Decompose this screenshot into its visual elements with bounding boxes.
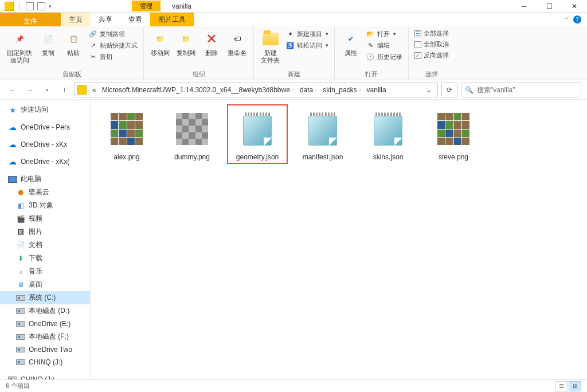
- file-list[interactable]: alex.pngdummy.png geometry.json manifest…: [91, 100, 587, 379]
- image-thumb-icon: [111, 113, 143, 145]
- nav-local-f[interactable]: 本地磁盘 (F:): [0, 330, 90, 343]
- star-icon: ★: [8, 105, 17, 115]
- breadcrumb-item[interactable]: skin_packs›: [320, 86, 363, 94]
- nav-quick-access[interactable]: ★快速访问: [0, 103, 90, 116]
- nav-videos[interactable]: 🎬视频: [0, 212, 90, 225]
- file-item[interactable]: skins.json: [358, 104, 418, 164]
- desktop-icon: 🖥: [16, 280, 25, 289]
- copypath-button[interactable]: 🔗复制路径: [87, 29, 139, 39]
- file-item[interactable]: geometry.json: [227, 104, 288, 164]
- nav-onedrive-xkx[interactable]: ☁OneDrive - xKx: [0, 138, 90, 151]
- nav-documents[interactable]: 📄文档: [0, 238, 90, 252]
- picture-icon: 🖼: [16, 228, 25, 237]
- nav-onedrive-personal[interactable]: ☁OneDrive - Pers: [0, 121, 90, 134]
- nav-this-pc[interactable]: 此电脑: [0, 173, 90, 186]
- open-button[interactable]: 📂打开▾: [365, 29, 404, 39]
- select-all-button[interactable]: ☰全部选择: [413, 29, 450, 38]
- details-view-button[interactable]: ☰: [555, 381, 568, 391]
- nav-chinq-j-root[interactable]: CHINQ (J:): [0, 373, 90, 379]
- qat-newfolder-icon[interactable]: [37, 2, 45, 10]
- nav-desktop[interactable]: 🖥桌面: [0, 278, 90, 291]
- tab-file[interactable]: 文件: [0, 13, 61, 26]
- invert-selection-button[interactable]: ✓反向选择: [413, 50, 450, 60]
- chevron-right-icon[interactable]: ›: [292, 87, 294, 93]
- delete-icon: ✕: [202, 30, 221, 48]
- nav-onedrive-xkx2[interactable]: ☁OneDrive - xKx(: [0, 155, 90, 168]
- nav-local-d[interactable]: 本地磁盘 (D:): [0, 304, 90, 317]
- nav-pictures[interactable]: 🖼图片: [0, 225, 90, 238]
- address-dropdown-icon[interactable]: ⌄: [422, 86, 435, 94]
- pin-icon: 📌: [10, 30, 29, 48]
- rename-button[interactable]: 🏷重命名: [225, 29, 249, 58]
- easyaccess-button[interactable]: ♿轻松访问▾: [284, 40, 330, 50]
- chevron-right-icon[interactable]: ›: [315, 87, 317, 93]
- maximize-button[interactable]: ☐: [537, 0, 562, 13]
- file-item[interactable]: dummy.png: [162, 104, 222, 164]
- help-icon[interactable]: ?: [573, 15, 581, 23]
- breadcrumb-item[interactable]: Microsoft.MinecraftUWP_1.14.3002.0_x64__…: [100, 86, 296, 94]
- contextual-tab-manage[interactable]: 管理: [132, 1, 161, 11]
- properties-button[interactable]: ✔属性: [339, 29, 362, 58]
- nav-onedrive-e[interactable]: OneDrive (E:): [0, 317, 90, 330]
- up-button[interactable]: ↑: [57, 83, 71, 97]
- group-clipboard-label: 剪贴板: [5, 69, 139, 79]
- file-item[interactable]: steve.png: [423, 104, 484, 164]
- qat-properties-icon[interactable]: [26, 2, 34, 10]
- paste-button[interactable]: 📋 粘贴: [62, 29, 85, 58]
- nav-system-c[interactable]: 系统 (C:): [0, 291, 90, 304]
- rename-icon: 🏷: [228, 30, 246, 48]
- nav-onedrive-two[interactable]: OneDrive Two: [0, 343, 90, 356]
- refresh-button[interactable]: ⟳: [441, 83, 457, 97]
- history-icon: 🕑: [366, 52, 375, 61]
- pin-quickaccess-button[interactable]: 📌 固定到快 速访问: [5, 29, 34, 65]
- file-item[interactable]: alex.png: [96, 104, 157, 164]
- group-organize-label: 组织: [148, 69, 249, 79]
- properties-icon: ✔: [342, 30, 360, 48]
- file-item[interactable]: manifest.json: [292, 104, 353, 164]
- delete-button[interactable]: ✕删除: [200, 29, 223, 58]
- minimize-button[interactable]: ─: [511, 0, 537, 13]
- app-icon: [5, 2, 14, 11]
- icons-view-button[interactable]: ⊞: [569, 381, 581, 391]
- search-input[interactable]: [477, 86, 577, 94]
- collapse-ribbon-button[interactable]: ⌃: [564, 17, 569, 23]
- recent-dropdown[interactable]: ▾: [40, 83, 54, 97]
- breadcrumb-item[interactable]: vanilla: [365, 86, 389, 94]
- back-button[interactable]: ←: [6, 83, 19, 97]
- chevron-right-icon[interactable]: ›: [359, 87, 361, 93]
- image-thumb-icon: [437, 113, 469, 145]
- download-icon: ⬇: [16, 254, 25, 263]
- paste-shortcut-button[interactable]: ↗粘贴快捷方式: [87, 40, 139, 50]
- nut-icon: ⬣: [16, 188, 25, 197]
- notepad-icon: [241, 112, 274, 146]
- tab-share[interactable]: 共享: [91, 13, 120, 26]
- copyto-button[interactable]: 📁复制到: [174, 29, 198, 58]
- nav-chinq-j[interactable]: CHINQ (J:): [0, 356, 90, 369]
- tab-picture-tools[interactable]: 图片工具: [150, 13, 194, 26]
- forward-button[interactable]: →: [23, 83, 37, 97]
- tab-view[interactable]: 查看: [120, 13, 150, 26]
- nav-pane[interactable]: ★快速访问 ☁OneDrive - Pers ☁OneDrive - xKx ☁…: [0, 100, 91, 379]
- tab-home[interactable]: 主页: [61, 13, 91, 26]
- nav-jianguo[interactable]: ⬣坚果云: [0, 186, 90, 199]
- nav-music[interactable]: ♪音乐: [0, 265, 90, 278]
- newfolder-button[interactable]: 新建 文件夹: [259, 29, 282, 65]
- breadcrumb-overflow[interactable]: «: [90, 86, 99, 94]
- nav-downloads[interactable]: ⬇下载: [0, 252, 90, 265]
- search-box[interactable]: 🔍: [461, 83, 581, 97]
- music-icon: ♪: [16, 267, 25, 276]
- nav-3d-objects[interactable]: ◧3D 对象: [0, 199, 90, 212]
- newitem-button[interactable]: ✦新建项目▾: [284, 29, 330, 39]
- copyto-icon: 📁: [177, 30, 195, 48]
- breadcrumb-item[interactable]: data›: [298, 86, 319, 94]
- edit-button[interactable]: ✎编辑: [365, 40, 404, 50]
- breadcrumb[interactable]: « Microsoft.MinecraftUWP_1.14.3002.0_x64…: [75, 83, 438, 97]
- cut-button[interactable]: ✂剪切: [87, 52, 139, 62]
- copy-button[interactable]: 📄 复制: [37, 29, 60, 58]
- select-none-button[interactable]: 全部取消: [413, 40, 450, 49]
- close-button[interactable]: ✕: [562, 0, 587, 13]
- moveto-button[interactable]: 📁移动到: [148, 29, 172, 58]
- qat-dropdown-icon[interactable]: ▾: [49, 3, 52, 9]
- history-button[interactable]: 🕑历史记录: [365, 52, 404, 62]
- image-thumb-icon: [176, 113, 208, 145]
